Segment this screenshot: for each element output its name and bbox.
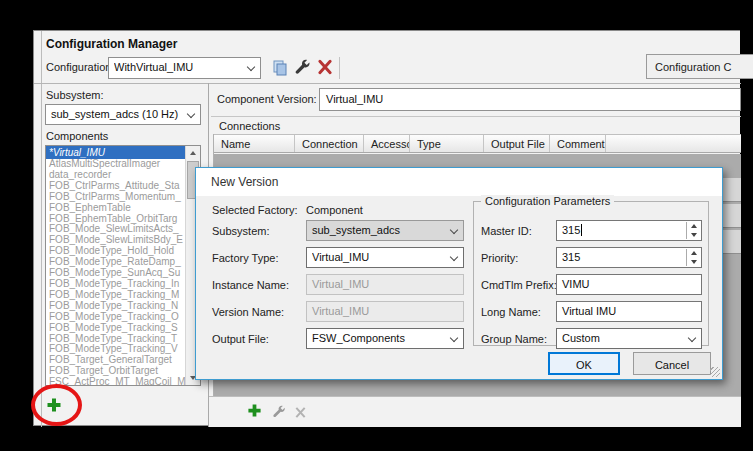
versions-toolbar <box>209 396 741 427</box>
wrench-icon[interactable] <box>272 405 288 421</box>
list-item[interactable]: FOB_ModeType_Tracking_N <box>46 301 185 312</box>
chevron-down-icon <box>187 110 195 118</box>
list-item[interactable]: FOB_ModeType_SunAcq_Su <box>46 268 185 279</box>
list-item[interactable]: FOB_ModeType_Tracking_M <box>46 290 185 301</box>
connections-table-header: NameConnectionAccessorTypeOutput FileCom… <box>214 134 741 153</box>
list-item[interactable]: FOB_ModeType_Tracking_S <box>46 323 185 334</box>
cmdtlm-prefix-label: CmdTlm Prefix: <box>481 279 557 291</box>
new-version-dialog: New Version Selected Factory: Component … <box>195 167 723 380</box>
toolbar-separator <box>339 57 340 79</box>
dialog-title: New Version <box>196 168 722 196</box>
list-item[interactable]: FOB_Mode_SlewLimitsBdy_E <box>46 235 185 246</box>
annotation-red-circle <box>31 384 82 426</box>
group-name-dropdown[interactable]: Custom <box>556 328 702 349</box>
chevron-down-icon <box>688 334 696 342</box>
configuration-label: Configuration: <box>46 61 115 73</box>
list-item[interactable]: *Virtual_IMU <box>46 146 185 159</box>
version-name-field: Virtual_IMU <box>306 301 464 322</box>
master-id-spinner[interactable]: 315 <box>556 220 702 241</box>
column-header[interactable]: Comment <box>550 135 606 152</box>
dialog-subsystem-label: Subsystem: <box>212 225 269 237</box>
list-item[interactable]: FOB_CtrlParms_Momentum_ <box>46 192 185 203</box>
instance-name-label: Instance Name: <box>212 279 289 291</box>
chevron-down-icon <box>450 253 458 261</box>
configuration-options-button[interactable]: Configuration C <box>646 54 753 79</box>
spinner-buttons[interactable] <box>686 222 700 239</box>
screenshot-canvas: Configuration Manager Configuration: Wit… <box>0 0 753 451</box>
list-item[interactable]: FOB_Target_GeneralTarget <box>46 355 185 366</box>
list-item[interactable]: FOB_ModeType_RateDamp_ <box>46 257 185 268</box>
subsystem-dropdown-value: sub_system_adcs (10 Hz) <box>51 108 182 120</box>
components-listbox: *Virtual_IMUAtlasMultiSpectralImagerdata… <box>45 145 201 386</box>
add-version-button[interactable] <box>247 403 263 419</box>
text-cursor <box>581 224 582 236</box>
column-header[interactable]: Type <box>410 135 484 152</box>
selected-factory-label: Selected Factory: <box>212 204 298 216</box>
window-inner-edge <box>41 31 42 427</box>
list-item[interactable]: FOB_EphemTable <box>46 203 185 214</box>
column-header[interactable]: Name <box>214 135 295 152</box>
long-name-label: Long Name: <box>481 306 541 318</box>
list-item[interactable]: data_recorder <box>46 170 185 181</box>
list-item[interactable]: FOB_ModeType_Hold_Hold <box>46 246 185 257</box>
ok-button[interactable]: OK <box>548 352 620 375</box>
configuration-parameters-label: Configuration Parameters <box>481 195 614 207</box>
list-item[interactable]: FOB_ModeType_Tracking_T <box>46 334 185 345</box>
list-item[interactable]: FOB_ModeType_Tracking_O <box>46 312 185 323</box>
component-version-field[interactable]: Virtual_IMU <box>319 88 741 111</box>
list-item[interactable]: FOB_EphemTable_OrbitTarg <box>46 214 185 225</box>
component-version-label: Component Version: <box>217 93 317 105</box>
delete-x-icon[interactable] <box>317 59 335 77</box>
long-name-field[interactable]: Virtual IMU <box>556 301 702 322</box>
connections-label: Connections <box>219 120 280 132</box>
list-item[interactable]: FOB_ModeType_Tracking_In <box>46 279 185 290</box>
subsystem-dropdown[interactable]: sub_system_adcs (10 Hz) <box>45 104 201 125</box>
components-items: *Virtual_IMUAtlasMultiSpectralImagerdata… <box>46 146 185 385</box>
scroll-up-icon[interactable] <box>186 146 200 160</box>
column-header[interactable]: Accessor <box>364 135 410 152</box>
list-item[interactable]: FOB_CtrlParms_Attitude_Sta <box>46 181 185 192</box>
output-file-dropdown[interactable]: FSW_Components <box>306 328 464 349</box>
master-id-label: Master ID: <box>481 225 532 237</box>
version-name-label: Version Name: <box>212 306 284 318</box>
column-header[interactable]: Connection <box>295 135 364 152</box>
window-title: Configuration Manager <box>46 37 177 51</box>
spinner-buttons[interactable] <box>686 249 700 266</box>
list-item[interactable]: FOB_ModeType_Tracking_V <box>46 344 185 355</box>
list-item[interactable]: FSC_ActProc_MT_MagCoil_M <box>46 377 185 385</box>
delete-x-icon[interactable] <box>294 406 310 422</box>
configuration-dropdown[interactable]: WithVirtual_IMU <box>108 57 261 79</box>
column-header[interactable]: Output File <box>484 135 550 152</box>
resize-grip[interactable] <box>710 367 720 377</box>
copy-icon[interactable] <box>271 59 289 77</box>
components-label: Components <box>46 130 108 142</box>
toolbar-divider <box>34 83 741 84</box>
priority-spinner[interactable]: 315 <box>556 247 702 268</box>
wrench-icon[interactable] <box>294 59 312 77</box>
cancel-button[interactable]: Cancel <box>633 352 711 375</box>
priority-label: Priority: <box>481 252 518 264</box>
selected-factory-value: Component <box>306 204 363 216</box>
list-item[interactable]: FOB_Target_OrbitTarget <box>46 366 185 377</box>
section-divider <box>211 116 741 117</box>
factory-type-dropdown[interactable]: Virtual_IMU <box>306 247 464 268</box>
cmdtlm-prefix-field[interactable]: VIMU <box>556 274 702 295</box>
subsystem-label: Subsystem: <box>46 89 103 101</box>
dialog-subsystem-dropdown[interactable]: sub_system_adcs <box>306 220 464 241</box>
chevron-down-icon <box>450 334 458 342</box>
list-item[interactable]: AtlasMultiSpectralImager <box>46 159 185 170</box>
list-item[interactable]: FOB_Mode_SlewLimitsActs_ <box>46 224 185 235</box>
group-name-label: Group Name: <box>481 333 547 345</box>
output-file-label: Output File: <box>212 333 269 345</box>
chevron-down-icon <box>247 63 255 71</box>
instance-name-field: Virtual_IMU <box>306 274 464 295</box>
configuration-dropdown-value: WithVirtual_IMU <box>114 61 242 73</box>
chevron-down-icon <box>450 226 458 234</box>
factory-type-label: Factory Type: <box>212 252 278 264</box>
